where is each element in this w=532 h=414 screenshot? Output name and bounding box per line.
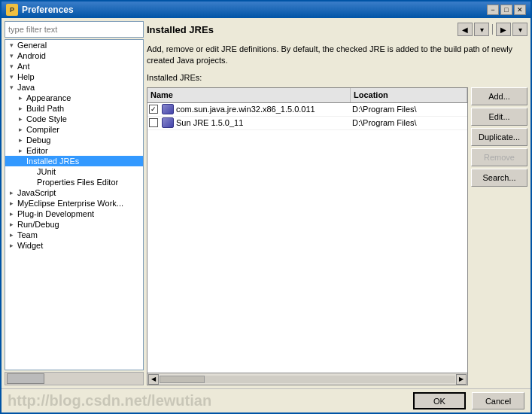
main-content: ▾General▾Android▾Ant▾Help▾Java▸Appearanc… <box>2 18 530 388</box>
tree-item-label: MyEclipse Enterprise Work... <box>17 199 123 208</box>
tree-item-myeclipse[interactable]: ▸MyEclipse Enterprise Work... <box>5 198 143 209</box>
tree-item-help[interactable]: ▾Help <box>5 72 143 82</box>
expand-icon[interactable]: ▾ <box>7 83 16 92</box>
tree-item-label: Help <box>17 72 35 81</box>
right-panel: Installed JREs ◀ ▾ ▶ ▾ Add, remove or ed… <box>147 21 527 385</box>
tree-item-debug[interactable]: ▸Debug <box>5 135 143 145</box>
side-buttons: Add... Edit... Duplicate... Remove Searc… <box>471 87 527 385</box>
scroll-right-button[interactable]: ▶ <box>456 374 467 385</box>
scroll-thumb[interactable] <box>7 373 44 384</box>
tree-item-label: Team <box>17 230 38 239</box>
expand-icon[interactable]: ▸ <box>16 93 25 102</box>
tree-item-label: Appearance <box>26 93 71 102</box>
tree-item-javascript[interactable]: ▸JavaScript <box>5 187 143 198</box>
remove-button[interactable]: Remove <box>471 148 527 166</box>
tree-item-build-path[interactable]: ▸Build Path <box>5 103 143 114</box>
expand-icon[interactable]: ▸ <box>7 188 16 197</box>
tree-item-label: Android <box>17 51 46 60</box>
expand-icon[interactable] <box>26 167 35 176</box>
expand-icon[interactable]: ▸ <box>7 241 16 250</box>
forward-dropdown-button[interactable]: ▾ <box>512 23 527 36</box>
tree-item-label: Build Path <box>26 104 64 113</box>
table-row[interactable]: Sun JRE 1.5.0_11D:\Program Files\ <box>147 117 467 130</box>
cell-location: D:\Program Files\ <box>351 118 467 127</box>
col-header-name[interactable]: Name <box>147 88 351 102</box>
close-button[interactable]: ✕ <box>514 5 526 15</box>
table-body: com.sun.java.jre.win32.x86_1.5.0.011D:\P… <box>147 103 467 373</box>
tree-item-label: Run/Debug <box>17 220 59 229</box>
tree-item-label: Editor <box>26 146 48 155</box>
expand-icon[interactable] <box>26 178 35 187</box>
tree-item-widget[interactable]: ▸Widget <box>5 240 143 251</box>
expand-icon[interactable]: ▸ <box>7 209 16 218</box>
expand-icon[interactable]: ▾ <box>7 41 16 50</box>
panel-title: Installed JREs <box>147 24 214 35</box>
title-bar-left: P Preferences <box>6 4 74 16</box>
expand-icon[interactable]: ▸ <box>7 220 16 229</box>
expand-icon[interactable]: ▸ <box>16 104 25 113</box>
h-scrollbar[interactable]: ◀ ▶ <box>147 373 467 385</box>
tree-item-compiler[interactable]: ▸Compiler <box>5 124 143 135</box>
expand-icon[interactable]: ▸ <box>7 199 16 208</box>
description-text: Add, remove or edit JRE definitions. By … <box>147 41 527 70</box>
left-scrollbar[interactable] <box>5 372 144 385</box>
tree-item-label: Installed JREs <box>26 157 79 166</box>
left-panel: ▾General▾Android▾Ant▾Help▾Java▸Appearanc… <box>5 21 144 385</box>
search-button[interactable]: Search... <box>471 169 527 187</box>
jre-icon <box>162 104 174 114</box>
add-button[interactable]: Add... <box>471 87 527 105</box>
tree-item-label: Widget <box>17 241 43 250</box>
tree-item-label: JavaScript <box>17 188 56 197</box>
minimize-button[interactable]: − <box>487 5 499 15</box>
tree-item-android[interactable]: ▾Android <box>5 50 143 61</box>
scroll-track[interactable] <box>160 376 455 383</box>
tree-item-appearance[interactable]: ▸Appearance <box>5 93 143 103</box>
expand-icon[interactable]: ▸ <box>16 125 25 134</box>
back-dropdown-button[interactable]: ▾ <box>474 23 489 36</box>
duplicate-button[interactable]: Duplicate... <box>471 128 527 146</box>
forward-button[interactable]: ▶ <box>496 23 511 36</box>
col-header-location[interactable]: Location <box>351 88 467 102</box>
expand-icon[interactable]: ▸ <box>16 135 25 145</box>
ok-button[interactable]: OK <box>413 392 466 409</box>
expand-icon[interactable]: ▸ <box>7 230 16 239</box>
expand-icon[interactable]: ▾ <box>7 51 16 60</box>
edit-button[interactable]: Edit... <box>471 108 527 126</box>
expand-icon[interactable]: ▾ <box>7 62 16 71</box>
tree-item-editor[interactable]: ▸Editor <box>5 145 143 156</box>
jre-table: Name Location com.sun.java.jre.win32.x86… <box>147 87 468 385</box>
cell-name: Sun JRE 1.5.0_11 <box>147 117 351 128</box>
maximize-button[interactable]: □ <box>500 5 512 15</box>
tree-item-run-debug[interactable]: ▸Run/Debug <box>5 219 143 230</box>
filter-input[interactable] <box>5 21 144 38</box>
expand-icon[interactable]: ▸ <box>16 146 25 155</box>
jre-checkbox[interactable] <box>149 105 158 114</box>
tree-item-team[interactable]: ▸Team <box>5 230 143 240</box>
tree-item-plugin-dev[interactable]: ▸Plug-in Development <box>5 209 143 219</box>
tree-container: ▾General▾Android▾Ant▾Help▾Java▸Appearanc… <box>5 39 144 370</box>
jre-checkbox[interactable] <box>149 118 158 127</box>
tree-item-properties-files-editor[interactable]: Properties Files Editor <box>5 177 143 187</box>
scroll-left-button[interactable]: ◀ <box>148 374 159 385</box>
scroll-thumb-h[interactable] <box>160 376 205 383</box>
dialog-buttons: OK Cancel <box>413 392 524 409</box>
cell-name: com.sun.java.jre.win32.x86_1.5.0.011 <box>147 104 351 114</box>
tree-item-ant[interactable]: ▾Ant <box>5 61 143 72</box>
expand-icon[interactable]: ▾ <box>7 72 16 81</box>
expand-icon[interactable] <box>16 157 25 166</box>
table-section-label: Installed JREs: <box>147 73 527 82</box>
tree-item-java[interactable]: ▾Java <box>5 82 143 93</box>
expand-icon[interactable]: ▸ <box>16 114 25 123</box>
tree-item-general[interactable]: ▾General <box>5 40 143 50</box>
nav-buttons: ◀ ▾ ▶ ▾ <box>458 23 527 36</box>
tree-item-label: Plug-in Development <box>17 209 94 218</box>
title-bar: P Preferences − □ ✕ <box>2 2 530 18</box>
cancel-button[interactable]: Cancel <box>472 392 524 409</box>
tree-item-junit[interactable]: JUnit <box>5 166 143 177</box>
tree-item-installed-jres[interactable]: Installed JREs <box>5 156 143 166</box>
table-row[interactable]: com.sun.java.jre.win32.x86_1.5.0.011D:\P… <box>147 103 467 117</box>
jre-name: com.sun.java.jre.win32.x86_1.5.0.011 <box>176 105 315 114</box>
tree-item-label: Debug <box>26 135 50 145</box>
tree-item-code-style[interactable]: ▸Code Style <box>5 114 143 124</box>
back-button[interactable]: ◀ <box>458 23 473 36</box>
